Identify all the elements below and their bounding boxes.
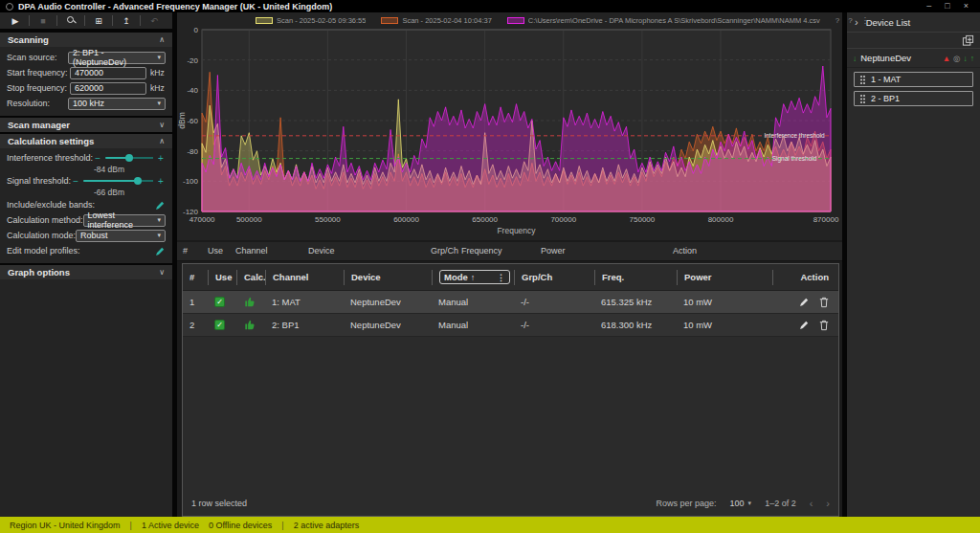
x-tick-label: 470000 (189, 215, 215, 224)
stop-frequency-unit: kHz (150, 83, 166, 93)
status-region: Region UK - United Kingdom (10, 521, 121, 530)
resolution-select[interactable]: 100 kHz ▾ (68, 98, 166, 110)
interference-plus-button[interactable]: + (156, 153, 166, 164)
col-header-use[interactable]: Use (208, 270, 236, 285)
legend-item-scan1[interactable]: Scan - 2025-02-05 09:36:55 (256, 16, 366, 25)
signal-plus-button[interactable]: + (156, 176, 166, 187)
calculation-method-select[interactable]: Lowest interference ▾ (83, 214, 166, 227)
edit-pencil-icon[interactable] (799, 320, 810, 330)
legend-swatch (507, 17, 524, 24)
slider-thumb[interactable] (125, 154, 133, 162)
add-device-icon[interactable] (962, 34, 974, 47)
chart-legend: Scan - 2025-02-05 09:36:55 Scan - 2025-0… (177, 12, 842, 28)
warning-triangle-icon: ▲ (943, 54, 950, 63)
device-list-panel: › Device List ↓ NeptuneDev ▲ ◎ ↓ ↑ (847, 12, 980, 517)
stop-scan-button[interactable]: ■ (32, 16, 55, 26)
chevron-down-icon: ∨ (159, 268, 165, 277)
x-tick-label: 870000 (813, 215, 839, 224)
previous-page-button[interactable]: ‹ (810, 498, 813, 509)
scan-source-select[interactable]: 2: BP1 - (NeptuneDev) ▾ (68, 52, 166, 64)
calculation-body: Interference threshold: − + -84 dBm Sign… (0, 148, 172, 263)
signal-threshold-value: -66 dBm (59, 188, 159, 197)
background-table-header: # Use Channel Device Grp/Ch Frequency Po… (177, 242, 842, 261)
interference-minus-button[interactable]: − (93, 153, 102, 164)
slider-thumb[interactable] (134, 177, 142, 185)
bg-col-grpch: Grp/Ch (431, 246, 458, 255)
table-row[interactable]: 2 ✓ 2: BP1 NeptuneDev Manual -/- 618.300… (183, 314, 838, 337)
help-icon[interactable]: ? (848, 16, 852, 25)
bg-col-device: Device (308, 246, 335, 255)
legend-item-scan2[interactable]: Scan - 2025-02-04 10:04:37 (381, 16, 491, 25)
window-title: DPA Audio Controller - Advanced Frequenc… (18, 2, 332, 11)
edit-model-profiles-label: Edit model profiles: (7, 246, 155, 255)
title-bar: DPA Audio Controller - Advanced Frequenc… (0, 0, 980, 12)
help-icon[interactable]: ? (835, 16, 839, 25)
table-row[interactable]: 1 ✓ 1: MAT NeptuneDev Manual -/- 615.325… (183, 291, 838, 314)
device-group-row[interactable]: ↓ NeptuneDev ▲ ◎ ↓ ↑ (847, 49, 980, 68)
col-header-channel[interactable]: Channel (265, 270, 344, 285)
chevron-up-icon: ∧ (159, 137, 165, 145)
signal-minus-button[interactable]: − (71, 176, 80, 187)
stop-frequency-input[interactable] (70, 82, 146, 95)
col-header-device[interactable]: Device (344, 270, 432, 285)
drag-handle-icon[interactable] (859, 75, 866, 85)
app-icon (6, 3, 13, 11)
device-item[interactable]: 1 - MAT (854, 72, 973, 87)
bg-col-channel: Channel (235, 246, 268, 255)
interference-threshold-slider[interactable] (105, 157, 153, 159)
target-icon[interactable]: ◎ (953, 54, 960, 63)
start-scan-button[interactable]: ▶ (4, 16, 27, 26)
minimize-button[interactable]: – (926, 0, 931, 12)
col-header-power[interactable]: Power (677, 270, 772, 285)
edit-pencil-icon[interactable] (799, 297, 810, 307)
x-tick-label: 750000 (630, 215, 656, 224)
chevron-down-icon: ▾ (157, 54, 161, 61)
sync-down-icon[interactable]: ↓ (964, 54, 968, 63)
drag-handle-icon[interactable] (859, 94, 866, 104)
sync-up-icon[interactable]: ↑ (970, 54, 974, 63)
chevron-down-icon: ▾ (157, 232, 161, 239)
start-frequency-unit: kHz (150, 68, 166, 78)
zoom-tool-button[interactable] (59, 16, 82, 26)
rows-per-page-select[interactable]: 100 ▾ (730, 499, 752, 508)
col-header-freq[interactable]: Freq. (594, 270, 677, 285)
kebab-menu-icon[interactable]: ⋮ (861, 16, 869, 25)
upload-button[interactable]: ↥ (115, 16, 138, 26)
section-graph-options[interactable]: Graph options ∨ (0, 263, 172, 279)
status-offline-devices: 0 Offline devices (209, 521, 272, 530)
col-header-grpch[interactable]: Grp/Ch (514, 270, 594, 285)
delete-trash-icon[interactable] (819, 297, 829, 308)
calculation-method-label: Calculation method: (7, 215, 83, 225)
delete-trash-icon[interactable] (819, 320, 829, 331)
grid-view-button[interactable]: ⊞ (87, 16, 110, 26)
legend-item-csv[interactable]: C:\Users\rem\OneDrive - DPA Microphones … (507, 16, 820, 25)
next-page-button[interactable]: › (826, 498, 830, 509)
signal-threshold-slider[interactable] (83, 180, 153, 182)
use-checkbox[interactable]: ✓ (214, 320, 225, 330)
use-checkbox[interactable]: ✓ (214, 297, 225, 307)
col-header-mode[interactable]: Mode ↑ ⋮ (432, 270, 514, 285)
close-button[interactable]: × (964, 0, 969, 12)
col-header-num[interactable]: # (183, 270, 208, 285)
status-bar: Region UK - United Kingdom | 1 Active de… (0, 517, 980, 533)
calculation-mode-select[interactable]: Robust ▾ (76, 230, 166, 242)
section-calculation-settings[interactable]: Calculation settings ∧ (0, 132, 172, 148)
legend-swatch (256, 17, 273, 24)
status-active-devices: 1 Active device (142, 521, 199, 530)
y-axis-label: dBm (177, 112, 187, 128)
edit-bands-button[interactable] (155, 200, 166, 211)
threshold-label: Interference threshold (764, 132, 825, 139)
bg-col-frequency: Frequency (461, 246, 502, 255)
device-group-name: NeptuneDev (860, 53, 911, 63)
maximize-button[interactable]: □ (945, 0, 949, 12)
column-menu-icon[interactable]: ⋮ (497, 273, 505, 282)
device-item[interactable]: 2 - BP1 (854, 91, 973, 106)
start-frequency-input[interactable] (70, 67, 146, 79)
undo-button[interactable]: ↶ (143, 16, 166, 26)
section-scanning[interactable]: Scanning ∧ (0, 31, 172, 47)
spectrum-chart[interactable]: 4700005000005500006000006500007000007500… (177, 12, 842, 240)
edit-model-profiles-button[interactable] (155, 246, 166, 256)
rows-per-page-label: Rows per page: (657, 499, 717, 508)
section-scan-manager[interactable]: Scan manager ∨ (0, 116, 172, 132)
col-header-calc[interactable]: Calc. (236, 270, 265, 285)
